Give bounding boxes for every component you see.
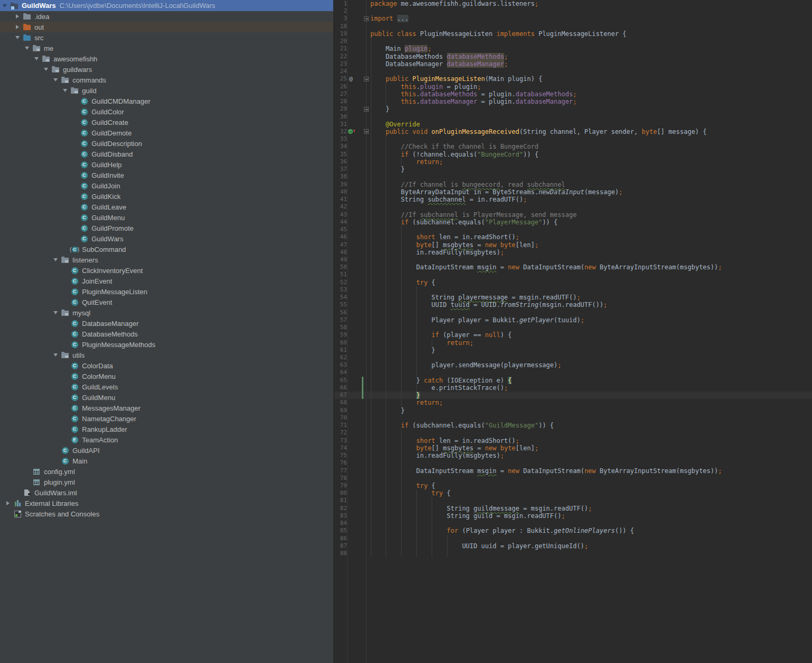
tree-row[interactable]: (C)SubCommand: [0, 244, 333, 255]
tree-row[interactable]: CGuildHelp: [0, 159, 333, 170]
code-line[interactable]: 62: [334, 354, 812, 361]
code-line[interactable]: 54 String playermessage = msgin.readUTF(…: [334, 294, 812, 301]
tree-row[interactable]: Scratches and Consoles: [0, 508, 333, 519]
code-line[interactable]: 25@ public PluginMessageListen(Main plug…: [334, 75, 812, 83]
code-line[interactable]: 85 for (Player player : Bukkit.getOnline…: [334, 527, 812, 534]
code-line[interactable]: 83 String guild = msgin.readUTF();: [334, 512, 812, 520]
tree-row[interactable]: CGuildDisband: [0, 149, 333, 159]
code-line[interactable]: 69 }: [334, 407, 812, 414]
code-line[interactable]: 44 if (subchannel.equals("PlayerMessage"…: [334, 219, 812, 226]
code-line[interactable]: 3import ...: [334, 15, 812, 22]
code-line[interactable]: 30: [334, 113, 812, 121]
code-line[interactable]: 70: [334, 414, 812, 422]
tree-row[interactable]: CGuildJoin: [0, 180, 333, 191]
code-line[interactable]: 36 return;: [334, 158, 812, 166]
tree-row[interactable]: guild: [0, 85, 333, 96]
tree-row[interactable]: CGuildLeave: [0, 202, 333, 212]
code-line[interactable]: 19public class PluginMessageListen imple…: [334, 30, 812, 38]
chevron-down-icon[interactable]: [0, 4, 10, 7]
tree-row[interactable]: GuildWars.iml: [0, 487, 333, 498]
code-line[interactable]: 31 @Override: [334, 121, 812, 128]
chevron-down-icon[interactable]: [51, 258, 60, 261]
code-line[interactable]: 57 Player player = Bukkit.getPlayer(tuui…: [334, 316, 812, 324]
tree-row[interactable]: CGuildDescription: [0, 138, 333, 149]
code-line[interactable]: 34 //Check if the channel is BungeeCord: [334, 143, 812, 150]
code-line[interactable]: 87 UUID uuid = player.getUniqueId();: [334, 542, 812, 550]
code-line[interactable]: 22 DatabaseMethods databaseMethods;: [334, 53, 812, 60]
tree-row[interactable]: CMessagesManager: [0, 403, 333, 413]
tree-row[interactable]: CDatabaseManager: [0, 318, 333, 329]
code-line[interactable]: 48 in.readFully(msgbytes);: [334, 249, 812, 256]
code-line[interactable]: 46 short len = in.readShort();: [334, 233, 812, 241]
code-line[interactable]: 76: [334, 459, 812, 467]
code-line[interactable]: 2: [334, 7, 812, 15]
code-line[interactable]: 20: [334, 38, 812, 45]
tree-row[interactable]: CJoinEvent: [0, 276, 333, 286]
code-line[interactable]: 29 }: [334, 105, 812, 113]
tree-row[interactable]: CGuildMenu: [0, 392, 333, 403]
code-line[interactable]: 42: [334, 203, 812, 211]
code-line[interactable]: 32 public void onPluginMessageReceived(S…: [334, 128, 812, 135]
code-line[interactable]: 41 String subchannel = in.readUTF();: [334, 196, 812, 203]
code-line[interactable]: 56: [334, 309, 812, 316]
tree-row[interactable]: me: [0, 43, 333, 53]
code-line[interactable]: 60 return;: [334, 339, 812, 347]
tree-row[interactable]: CMain: [0, 456, 333, 466]
tree-row[interactable]: CGuildCreate: [0, 117, 333, 128]
code-line[interactable]: 78: [334, 475, 812, 482]
code-line[interactable]: 45: [334, 226, 812, 233]
tree-row[interactable]: CClickInventoryEvent: [0, 265, 333, 276]
tree-row[interactable]: CColorMenu: [0, 371, 333, 382]
chevron-down-icon[interactable]: [51, 311, 60, 314]
tree-row[interactable]: CQuitEvent: [0, 297, 333, 307]
tree-row[interactable]: ETeamAction: [0, 434, 333, 445]
code-line[interactable]: 66 e.printStackTrace();: [334, 384, 812, 392]
chevron-right-icon[interactable]: [3, 501, 13, 505]
tree-row[interactable]: CGuildCMDManager: [0, 96, 333, 106]
code-line[interactable]: 55 UUID tuuid = UUID.fromString(msgin.re…: [334, 301, 812, 308]
code-line[interactable]: 61 }: [334, 347, 812, 354]
tree-row[interactable]: CGuildDemote: [0, 128, 333, 138]
chevron-down-icon[interactable]: [22, 47, 32, 50]
code-line[interactable]: 40 ByteArrayDataInput in = ByteStreams.n…: [334, 188, 812, 196]
fold-marker-icon[interactable]: [364, 129, 369, 134]
code-line[interactable]: 58: [334, 324, 812, 331]
tree-row[interactable]: CPluginMessageMethods: [0, 339, 333, 350]
tree-row[interactable]: CRankupLadder: [0, 424, 333, 434]
project-root-row[interactable]: GuildWars C:\Users\jvdbe\Documents\Intel…: [0, 0, 333, 11]
tree-row[interactable]: CColorData: [0, 360, 333, 371]
code-line[interactable]: 21 Main plugin;: [334, 45, 812, 52]
fold-marker-icon[interactable]: [364, 16, 369, 21]
code-line[interactable]: 73 short len = in.readShort();: [334, 437, 812, 444]
tree-row[interactable]: CGuildPromote: [0, 223, 333, 233]
tree-row[interactable]: listeners: [0, 255, 333, 265]
code-line[interactable]: 68 return;: [334, 399, 812, 406]
tree-row[interactable]: CGuildAPI: [0, 445, 333, 456]
code-line[interactable]: 1package me.awesomefishh.guildwars.liste…: [334, 0, 812, 7]
code-line[interactable]: 28 this.databaseManager = plugin.databas…: [334, 98, 812, 105]
chevron-down-icon[interactable]: [51, 353, 60, 357]
tree-row[interactable]: utils: [0, 350, 333, 360]
code-line[interactable]: 65 } catch (IOException e) {: [334, 377, 812, 384]
tree-row[interactable]: CNametagChanger: [0, 413, 333, 424]
overrides-method-icon[interactable]: [348, 129, 353, 134]
code-line[interactable]: 79 try {: [334, 482, 812, 489]
code-line[interactable]: 59 if (player == null) {: [334, 331, 812, 339]
code-line[interactable]: 24: [334, 68, 812, 75]
code-line[interactable]: 67 }: [334, 392, 812, 399]
code-line[interactable]: 18: [334, 23, 812, 30]
code-line[interactable]: 74 byte[] msgbytes = new byte[len];: [334, 444, 812, 452]
chevron-right-icon[interactable]: [13, 14, 22, 19]
chevron-down-icon[interactable]: [60, 89, 70, 92]
chevron-down-icon[interactable]: [51, 78, 60, 81]
code-line[interactable]: 37 }: [334, 166, 812, 173]
code-line[interactable]: 50 DataInputStream msgin = new DataInput…: [334, 264, 812, 271]
code-line[interactable]: 52 try {: [334, 279, 812, 286]
fold-marker-icon[interactable]: [364, 77, 369, 81]
code-line[interactable]: 88: [334, 550, 812, 557]
tree-row[interactable]: src: [0, 32, 333, 43]
chevron-down-icon[interactable]: [32, 57, 41, 60]
code-line[interactable]: 86: [334, 535, 812, 542]
code-line[interactable]: 64: [334, 369, 812, 376]
tree-row[interactable]: CGuildKick: [0, 191, 333, 202]
